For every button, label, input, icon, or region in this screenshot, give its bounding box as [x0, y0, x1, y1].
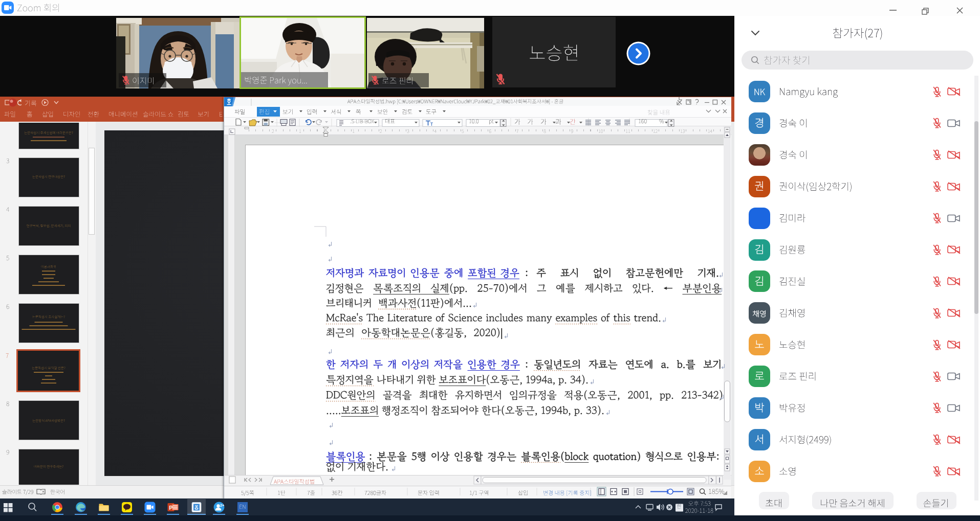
svg-text:P: P — [169, 505, 172, 511]
svg-text:2+: 2+ — [220, 504, 224, 507]
